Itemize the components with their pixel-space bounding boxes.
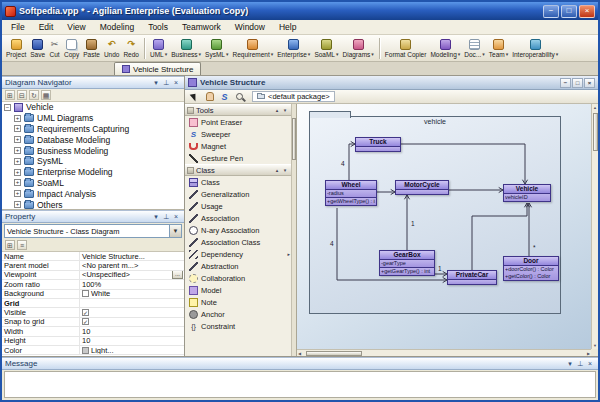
vertical-scrollbar[interactable]: ▲ ▼	[591, 104, 598, 349]
toolbar-button-save[interactable]: Save	[28, 36, 47, 61]
property-value[interactable]: 100%	[80, 280, 184, 288]
chevron-down-icon[interactable]: ▾	[281, 105, 289, 115]
toolbar-button-requirement[interactable]: Requirement▾	[231, 36, 276, 61]
vertical-scroll-thumb[interactable]	[593, 113, 598, 151]
minimize-icon[interactable]: −	[560, 78, 571, 88]
menu-modeling[interactable]: Modeling	[93, 21, 142, 33]
toolbar-button-paste[interactable]: Paste	[81, 36, 102, 61]
tree-item-soaml[interactable]: +SoaML	[2, 178, 184, 189]
toolbar-button-business[interactable]: Business▾	[169, 36, 203, 61]
toolbar-button-undo[interactable]: Undo	[102, 36, 122, 61]
palette-item-usage[interactable]: Usage	[185, 200, 291, 212]
palette-item-collaboration[interactable]: Collaboration	[185, 272, 291, 284]
palette-item-note[interactable]: Note	[185, 296, 291, 308]
plus-expander-icon[interactable]: +	[14, 169, 21, 176]
palette-item-n-ary-association[interactable]: N-ary Association	[185, 224, 291, 236]
scroll-up-icon[interactable]: ▲	[593, 105, 597, 110]
plus-expander-icon[interactable]: +	[14, 158, 21, 165]
toolbar-button-uml[interactable]: UML▾	[148, 36, 169, 61]
scroll-left-icon[interactable]: ◀	[298, 351, 301, 356]
menu-tools[interactable]: Tools	[141, 21, 175, 33]
property-value[interactable]: ✓	[80, 308, 184, 316]
toolbar-button-cut[interactable]: Cut	[47, 36, 62, 61]
pin-icon[interactable]: ⊥	[161, 212, 171, 222]
palette-scrollbar[interactable]	[291, 104, 296, 356]
chevron-down-icon[interactable]: ▾	[565, 359, 575, 369]
tree-item-uml-diagrams[interactable]: +UML Diagrams	[2, 113, 184, 124]
plus-expander-icon[interactable]: +	[14, 190, 21, 197]
maximize-icon[interactable]: □	[561, 5, 577, 18]
menu-teamwork[interactable]: Teamwork	[175, 21, 228, 33]
minus-expander-icon[interactable]: −	[4, 104, 11, 111]
close-icon[interactable]: ×	[585, 359, 595, 369]
class-vehicle[interactable]: VehiclevehicleID	[503, 184, 551, 202]
collapse-all-icon[interactable]: ⊟	[17, 90, 27, 100]
horizontal-scrollbar[interactable]: ◀ ▶	[297, 349, 591, 356]
palette-item-anchor[interactable]: Anchor	[185, 308, 291, 320]
property-value[interactable]: White	[80, 290, 184, 298]
palette-item-point-eraser[interactable]: Point Eraser	[185, 116, 291, 128]
minimize-icon[interactable]: −	[543, 5, 559, 18]
palette-item-magnet[interactable]: Magnet	[185, 140, 291, 152]
scroll-right-icon[interactable]: ▶	[587, 351, 590, 356]
menu-edit[interactable]: Edit	[32, 21, 61, 33]
toolbar-button-diagrams[interactable]: Diagrams▾	[341, 36, 376, 61]
plus-expander-icon[interactable]: +	[14, 136, 21, 143]
palette-item-sweeper[interactable]: Sweeper	[185, 128, 291, 140]
toolbar-button-interoperability[interactable]: Interoperability▾	[510, 36, 560, 61]
tree-item-database-modeling[interactable]: +Database Modeling	[2, 134, 184, 145]
plus-expander-icon[interactable]: +	[14, 125, 21, 132]
plus-expander-icon[interactable]: +	[14, 115, 21, 122]
menu-file[interactable]: File	[4, 21, 32, 33]
toolbar-button-soaml[interactable]: SoaML▾	[312, 36, 340, 61]
toolbar-button-sysml[interactable]: SysML▾	[203, 36, 230, 61]
plus-expander-icon[interactable]: +	[14, 147, 21, 154]
close-icon[interactable]: ×	[171, 78, 181, 88]
property-target-select[interactable]: Vehicle Structure - Class Diagram ▼	[4, 224, 182, 238]
tree-item-vehicle[interactable]: −Vehicle	[2, 102, 184, 113]
property-value[interactable]: 10	[80, 337, 184, 345]
class-gearbox[interactable]: GearBox-gearType+getGearType() : int	[379, 250, 435, 276]
property-value[interactable]: Vehicle Structure...	[80, 252, 184, 260]
pin-icon[interactable]: ⊥	[161, 78, 171, 88]
chevron-down-icon[interactable]: ▾	[151, 78, 161, 88]
class-motorcycle[interactable]: MotorCycle	[395, 180, 449, 195]
toolbar-button-doc[interactable]: Doc...▾	[462, 36, 487, 61]
expand-all-icon[interactable]: ⊞	[5, 90, 15, 100]
palette-item-class[interactable]: Class	[185, 176, 291, 188]
property-value[interactable]: <No parent m...>	[80, 261, 184, 269]
horizontal-scroll-thumb[interactable]	[306, 351, 362, 356]
zoom-tool-button[interactable]	[233, 91, 246, 103]
palette-item-constraint[interactable]: Constraint	[185, 320, 291, 332]
property-value[interactable]: Light...	[80, 346, 184, 354]
menu-window[interactable]: Window	[228, 21, 272, 33]
chevron-down-icon[interactable]: ▼	[169, 225, 181, 237]
chevron-down-icon[interactable]: ▾	[151, 212, 161, 222]
class-truck[interactable]: Truck	[355, 137, 401, 152]
checkbox-checked-icon[interactable]: ✓	[82, 318, 89, 325]
toolbar-button-project[interactable]: Project	[4, 36, 28, 61]
palette-item-abstraction[interactable]: Abstraction	[185, 260, 291, 272]
palette-item-model[interactable]: Model	[185, 284, 291, 296]
browse-button[interactable]: ...	[172, 271, 183, 279]
property-value[interactable]: <Unspecified>...	[80, 271, 184, 279]
sweeper-tool-button[interactable]	[218, 91, 231, 103]
chevron-up-icon[interactable]: ▴	[273, 165, 281, 175]
pan-tool-button[interactable]	[203, 91, 216, 103]
property-value[interactable]: 10	[80, 327, 184, 335]
property-value[interactable]: ✓	[80, 318, 184, 326]
scroll-down-icon[interactable]: ▼	[593, 343, 597, 348]
restore-icon[interactable]: □	[572, 78, 583, 88]
toolbar-button-team[interactable]: Team▾	[487, 36, 510, 61]
checkbox-checked-icon[interactable]: ✓	[82, 309, 89, 316]
plus-expander-icon[interactable]: +	[14, 201, 21, 208]
tree-item-enterprise-modeling[interactable]: +Enterprise Modeling	[2, 167, 184, 178]
chevron-up-icon[interactable]: ▴	[273, 105, 281, 115]
tree-item-impact-analysis[interactable]: +Impact Analysis	[2, 188, 184, 199]
close-icon[interactable]: ×	[584, 78, 595, 88]
toolbar-button-modeling[interactable]: Modeling▾	[428, 36, 462, 61]
palette-item-gesture-pen[interactable]: Gesture Pen	[185, 152, 291, 164]
tab-vehicle-structure[interactable]: Vehicle Structure	[114, 62, 201, 75]
pin-icon[interactable]: ⊥	[575, 359, 585, 369]
close-icon[interactable]: ×	[579, 5, 595, 18]
